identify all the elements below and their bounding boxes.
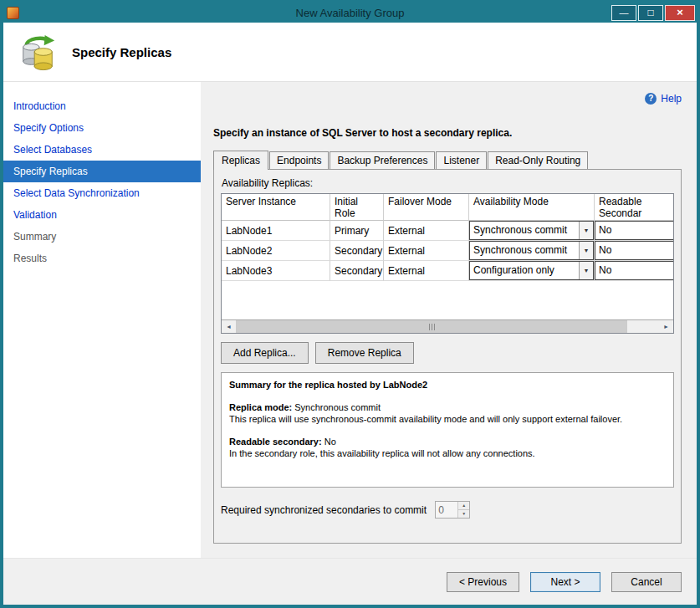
readable-secondary-dropdown[interactable]: No ▼ xyxy=(595,221,673,240)
maximize-button[interactable]: □ xyxy=(638,5,663,21)
scrollbar-grip xyxy=(429,324,435,330)
instruction-text: Specify an instance of SQL Server to hos… xyxy=(213,127,682,139)
availability-mode-dropdown[interactable]: Synchronous commit ▼ xyxy=(469,241,594,260)
required-secondaries-stepper[interactable]: ▲ ▼ xyxy=(435,501,470,519)
cell-failover-mode[interactable]: External xyxy=(384,221,469,241)
spin-up-icon[interactable]: ▲ xyxy=(458,502,469,509)
cancel-button[interactable]: Cancel xyxy=(611,572,682,592)
scrollbar-thumb[interactable] xyxy=(236,320,627,333)
scrollbar-track[interactable] xyxy=(627,320,659,333)
help-button[interactable]: ? Help xyxy=(645,92,682,105)
help-row: ? Help xyxy=(213,92,682,105)
cell-readable-secondary: No ▼ xyxy=(595,261,673,281)
cell-failover-mode[interactable]: External xyxy=(384,261,469,281)
cell-initial-role[interactable]: Secondary xyxy=(330,261,384,281)
tab-strip: Replicas Endpoints Backup Preferences Li… xyxy=(213,151,682,169)
window-title: New Availability Group xyxy=(3,7,697,19)
dropdown-value: Configuration only xyxy=(470,262,579,279)
replica-summary: Summary for the replica hosted by LabNod… xyxy=(221,372,674,488)
sidebar-item-specify-replicas[interactable]: Specify Replicas xyxy=(3,161,201,182)
column-header-readable-secondary[interactable]: Readable Secondar xyxy=(595,194,673,221)
replica-mode-description: This replica will use synchronous-commit… xyxy=(229,413,666,425)
replicas-grid-rows: Server Instance Initial Role Failover Mo… xyxy=(222,194,673,319)
tab-read-only-routing[interactable]: Read-Only Routing xyxy=(488,151,588,169)
cell-readable-secondary: No ▼ xyxy=(595,241,673,261)
remove-replica-button[interactable]: Remove Replica xyxy=(315,342,414,364)
wizard-body: Introduction Specify Options Select Data… xyxy=(3,82,697,558)
dropdown-value: Synchronous commit xyxy=(470,222,579,239)
tab-replicas[interactable]: Replicas xyxy=(213,151,268,170)
cell-initial-role[interactable]: Primary xyxy=(330,221,384,241)
wizard-header: Specify Replicas xyxy=(3,23,697,82)
cell-initial-role[interactable]: Secondary xyxy=(330,241,384,261)
sidebar-item-introduction[interactable]: Introduction xyxy=(3,95,201,117)
cell-server-instance[interactable]: LabNode3 xyxy=(222,261,330,281)
table-row: LabNode2 Secondary External Synchronous … xyxy=(222,241,673,261)
sidebar-item-validation[interactable]: Validation xyxy=(3,204,201,226)
readable-secondary-value: No xyxy=(324,437,336,447)
grid-empty-area xyxy=(222,281,673,319)
replica-buttons: Add Replica... Remove Replica xyxy=(221,342,674,364)
table-row: LabNode3 Secondary External Configuratio… xyxy=(222,261,673,281)
availability-mode-dropdown[interactable]: Configuration only ▼ xyxy=(469,261,594,280)
chevron-down-icon[interactable]: ▼ xyxy=(579,262,593,279)
help-label: Help xyxy=(661,93,682,105)
dropdown-value: No xyxy=(595,222,673,239)
previous-button[interactable]: < Previous xyxy=(447,572,519,592)
column-header-server-instance[interactable]: Server Instance xyxy=(222,194,330,221)
cell-server-instance[interactable]: LabNode1 xyxy=(222,221,330,241)
help-icon: ? xyxy=(645,93,657,105)
spacer xyxy=(229,425,666,436)
next-button[interactable]: Next > xyxy=(530,572,600,592)
readable-secondary-line: Readable secondary: No xyxy=(229,436,666,447)
close-button[interactable]: × xyxy=(665,5,695,21)
readable-secondary-dropdown[interactable]: No ▼ xyxy=(595,241,673,260)
new-availability-group-window: New Availability Group — □ × Specify Rep… xyxy=(0,0,700,608)
cell-failover-mode[interactable]: External xyxy=(384,241,469,261)
spacer xyxy=(229,391,666,401)
tab-endpoints[interactable]: Endpoints xyxy=(269,151,329,169)
replicas-grid: Server Instance Initial Role Failover Mo… xyxy=(221,193,674,334)
required-secondaries-label: Required synchronized secondaries to com… xyxy=(221,504,427,516)
sidebar-item-specify-options[interactable]: Specify Options xyxy=(3,117,201,139)
tab-listener[interactable]: Listener xyxy=(436,151,487,169)
sidebar-item-select-databases[interactable]: Select Databases xyxy=(3,139,201,161)
availability-replicas-label: Availability Replicas: xyxy=(222,177,674,189)
cell-availability-mode: Synchronous commit ▼ xyxy=(469,241,595,261)
column-header-availability-mode[interactable]: Availability Mode xyxy=(469,194,595,221)
app-icon xyxy=(7,7,19,19)
availability-mode-dropdown[interactable]: Synchronous commit ▼ xyxy=(469,221,594,240)
cell-server-instance[interactable]: LabNode2 xyxy=(222,241,330,261)
grid-header-row: Server Instance Initial Role Failover Mo… xyxy=(222,194,673,221)
cell-readable-secondary: No ▼ xyxy=(595,221,673,241)
chevron-down-icon[interactable]: ▼ xyxy=(579,242,593,259)
column-header-initial-role[interactable]: Initial Role xyxy=(330,194,384,221)
cell-availability-mode: Synchronous commit ▼ xyxy=(469,221,595,241)
scroll-left-icon[interactable]: ◄ xyxy=(222,320,236,333)
spin-down-icon[interactable]: ▼ xyxy=(458,509,469,518)
sidebar-item-summary: Summary xyxy=(3,226,201,248)
page-title: Specify Replicas xyxy=(72,45,171,59)
minimize-button[interactable]: — xyxy=(611,5,636,21)
step-content: ? Help Specify an instance of SQL Server… xyxy=(201,82,697,558)
availability-group-icon xyxy=(18,33,57,71)
replicas-tab-panel: Availability Replicas: Server Instance I… xyxy=(213,169,682,544)
replica-mode-line: Replica mode: Synchronous commit xyxy=(229,401,666,413)
summary-title: Summary for the replica hosted by LabNod… xyxy=(229,379,666,391)
add-replica-button[interactable]: Add Replica... xyxy=(221,342,309,364)
tab-backup-preferences[interactable]: Backup Preferences xyxy=(330,151,435,169)
window-controls: — □ × xyxy=(611,3,697,23)
titlebar[interactable]: New Availability Group — □ × xyxy=(3,3,697,23)
replica-mode-label: Replica mode: xyxy=(229,402,292,412)
column-header-failover-mode[interactable]: Failover Mode xyxy=(384,194,469,221)
scroll-right-icon[interactable]: ► xyxy=(659,320,673,333)
required-secondaries-input[interactable] xyxy=(436,502,457,518)
readable-secondary-dropdown[interactable]: No ▼ xyxy=(595,261,673,280)
horizontal-scrollbar[interactable]: ◄ ► xyxy=(222,319,673,333)
chevron-down-icon[interactable]: ▼ xyxy=(579,222,593,239)
dropdown-value: No xyxy=(595,262,673,279)
sidebar-item-results: Results xyxy=(3,248,201,269)
footer: < Previous Next > Cancel xyxy=(3,558,697,605)
sidebar-item-select-data-synchronization[interactable]: Select Data Synchronization xyxy=(3,182,201,204)
readable-secondary-description: In the secondary role, this availability… xyxy=(229,447,666,459)
